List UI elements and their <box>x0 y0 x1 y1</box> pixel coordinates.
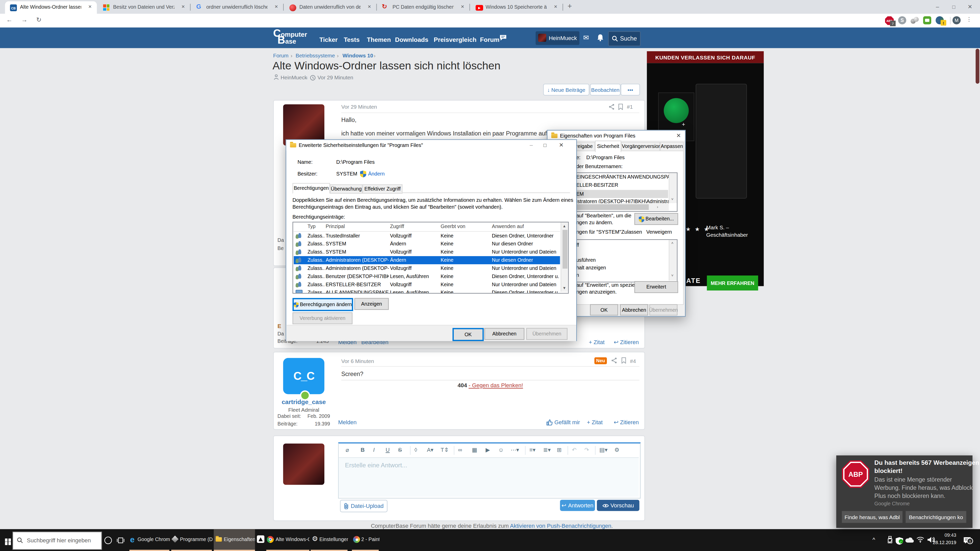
start-button[interactable] <box>0 529 13 551</box>
advsec-ok-button[interactable]: OK <box>452 328 484 341</box>
table-row[interactable]: Zulass...SYSTEMVollzugriffKeineNur Unter… <box>294 248 560 256</box>
thread-more-button[interactable]: ••• <box>620 84 640 96</box>
nav-preisvergleich[interactable]: Preisvergleich <box>434 36 476 43</box>
cortana-icon[interactable] <box>104 537 112 544</box>
taskbar-chrome-window[interactable]: Alte Windows-Ordn... <box>266 529 309 550</box>
bold-icon[interactable]: B <box>361 447 365 453</box>
table-row[interactable]: Zulass...Benutzer (DESKTOP-HI7IBKH\...Le… <box>294 272 560 281</box>
thread-author[interactable]: HeinMueck <box>281 74 307 80</box>
more-tools-icon[interactable]: ⋯▾ <box>511 447 519 453</box>
reload-button[interactable]: ↻ <box>36 16 41 23</box>
scroll-up-icon[interactable]: ˄ <box>671 241 673 246</box>
tray-clock-time[interactable]: 09:43 <box>937 532 956 538</box>
post4-zitat-link[interactable]: + Zitat <box>587 419 603 425</box>
page-scrollbar-thumb[interactable] <box>976 49 980 84</box>
image-icon[interactable]: ▦ <box>472 447 477 453</box>
computerbase-logo[interactable]: Computer Base <box>273 30 312 46</box>
tab-sicherheit[interactable]: Sicherheit <box>595 141 621 152</box>
change-owner-link[interactable]: Ändern <box>368 171 385 177</box>
tab-close-icon[interactable]: ✕ <box>368 4 371 10</box>
post4-like-link[interactable]: Gefällt mir <box>554 419 580 425</box>
task-view-icon[interactable] <box>117 537 124 543</box>
scroll-up-icon[interactable]: ▲ <box>563 224 566 229</box>
taskbar-edge-window[interactable]: e Google Chrome-We... <box>129 529 170 550</box>
taskbar-settings-window[interactable]: ⚙ Einstellungen <box>310 529 348 550</box>
group-item[interactable]: EINGESCHRÄNKTEN ANWENDUNGSPAKETE <box>576 174 678 180</box>
table-icon[interactable]: ⊞ <box>557 447 562 453</box>
table-row[interactable]: Zulass...ERSTELLER-BESITZERVollzugriffKe… <box>294 281 560 289</box>
table-vscroll[interactable]: ▲ ▼ <box>561 222 568 292</box>
share-icon[interactable] <box>611 357 617 364</box>
nav-themen[interactable]: Themen <box>367 36 391 43</box>
list-icon[interactable]: ≣▾ <box>543 447 551 453</box>
tab-close-icon[interactable]: ✕ <box>554 4 557 10</box>
tab-berechtigungen[interactable]: Berechtigungen <box>293 183 330 194</box>
nav-tests[interactable]: Tests <box>344 36 360 43</box>
tab-close-icon[interactable]: ✕ <box>461 4 464 10</box>
back-button[interactable]: ← <box>6 16 12 23</box>
share-icon[interactable] <box>609 104 614 110</box>
nav-downloads[interactable]: Downloads <box>395 36 428 43</box>
undo-icon[interactable]: ↶ <box>572 447 576 453</box>
reply-editor[interactable]: ⌀ B I U S ◊ A▾ T⇕ ∞ ▦ ▶ ☺ ⋯▾ ≡▾ ≣▾ ⊞ <box>338 442 641 499</box>
post4-zitieren-link[interactable]: ↩ Zitieren <box>614 419 639 425</box>
profile-avatar[interactable]: M <box>953 16 961 24</box>
tab-effektiver-zugriff[interactable]: Effektiver Zugriff <box>363 184 402 194</box>
onedrive-tray-icon[interactable] <box>905 537 914 543</box>
align-icon[interactable]: ≡▾ <box>529 447 535 453</box>
properties-ok-button[interactable]: OK <box>590 304 618 316</box>
italic-icon[interactable]: I <box>373 447 375 453</box>
watch-button[interactable]: Beobachten <box>590 84 620 96</box>
tab-computerbase[interactable]: CB Alte Windows-Ordner lassen sich ✕ <box>5 1 97 14</box>
erweitert-button[interactable]: Erweitert <box>635 281 678 293</box>
forward-button[interactable]: → <box>21 16 27 23</box>
advsec-cancel-button[interactable]: Abbrechen <box>484 328 525 340</box>
bell-icon[interactable] <box>597 34 604 41</box>
taskbar-properties-window[interactable]: Eigenschaften von ... <box>214 529 255 550</box>
printer-extension-icon[interactable] <box>923 16 931 24</box>
scroll-down-icon[interactable]: ˅ <box>671 197 673 202</box>
table-row[interactable]: Zulass...Administratoren (DESKTOP-HI...V… <box>294 264 560 272</box>
smiley-icon[interactable]: ☺ <box>498 447 504 453</box>
toast-learn-button[interactable]: Finde heraus, was Adbl <box>842 511 903 523</box>
link-icon[interactable]: ∞ <box>458 447 462 453</box>
skype-extension-icon[interactable]: S <box>898 16 906 24</box>
abp-notification[interactable]: ABP Du hast bereits 567 Werbeanzeigen bl… <box>836 455 973 528</box>
group-list-vscroll[interactable]: ˅ <box>669 173 677 203</box>
tab-pcdaten[interactable]: ↻ PC Daten endgültig löschen: So g ✕ <box>377 1 469 14</box>
permissions-table[interactable]: Typ Prinzipal Zugriff Geerbt von Anwende… <box>293 222 569 294</box>
tab-ueberwachung[interactable]: Überwachung <box>330 184 363 194</box>
push-link[interactable]: Aktivieren von Push-Benachrichtigungen <box>510 523 611 529</box>
window-minimize-button[interactable]: – <box>929 0 946 14</box>
tab-close-icon[interactable]: ✕ <box>88 4 92 10</box>
post3-zitat-link[interactable]: + Zitat <box>589 339 605 345</box>
tab-google[interactable]: G ordner unwiderruflich löschen - G ✕ <box>191 1 283 14</box>
tab-besitz[interactable]: Besitz von Dateien und Verzeichn ✕ <box>98 1 190 14</box>
drafts-icon[interactable]: ▤▾ <box>600 447 608 453</box>
sig-link[interactable]: - Gegen das Plenken! <box>469 383 523 389</box>
mail-icon[interactable]: ✉ <box>583 34 589 42</box>
strikethrough-icon[interactable]: S <box>398 447 402 453</box>
ad-cta-button[interactable]: MEHR ERFAHREN <box>707 275 758 291</box>
anzeigen-button[interactable]: Anzeigen <box>355 298 389 310</box>
table-row[interactable]: Zulass...SYSTEMÄndernKeineNur diesen Ord… <box>294 240 560 248</box>
notification-center-icon[interactable]: 1 <box>963 535 971 543</box>
toast-settings-button[interactable]: Benachrichtigungen ko <box>906 511 966 523</box>
browser-menu-icon[interactable]: ⋮ <box>966 16 972 22</box>
post4-melden-link[interactable]: Melden <box>338 419 356 425</box>
tab-close-icon[interactable]: ✕ <box>181 4 185 10</box>
video-icon[interactable]: ▶ <box>486 447 490 453</box>
taskbar-paint-window[interactable]: 2 - Paint <box>352 529 380 550</box>
new-posts-button[interactable]: ↓ Neue Beiträge <box>543 84 589 96</box>
tray-clock-date[interactable]: 28.12.2019 <box>930 540 956 545</box>
font-size-icon[interactable]: T⇕ <box>441 447 449 453</box>
bookmark-icon[interactable] <box>618 104 623 110</box>
defender-tray-icon[interactable]: ✓ <box>896 536 903 543</box>
bearbeiten-button[interactable]: Bearbeiten... <box>635 213 678 225</box>
like-icon[interactable] <box>546 419 552 425</box>
taskbar-search[interactable]: Suchbegriff hier eingeben <box>13 532 102 550</box>
table-row[interactable]: Zulass...ALLE ANWENDUNGSPAKETELesen, Aus… <box>294 289 560 294</box>
post4-avatar[interactable]: C_C <box>283 358 325 394</box>
table-row[interactable]: Zulass...TrustedInstallerVollzugriffKein… <box>294 232 560 240</box>
taskbar-photos-window[interactable] <box>256 529 266 550</box>
